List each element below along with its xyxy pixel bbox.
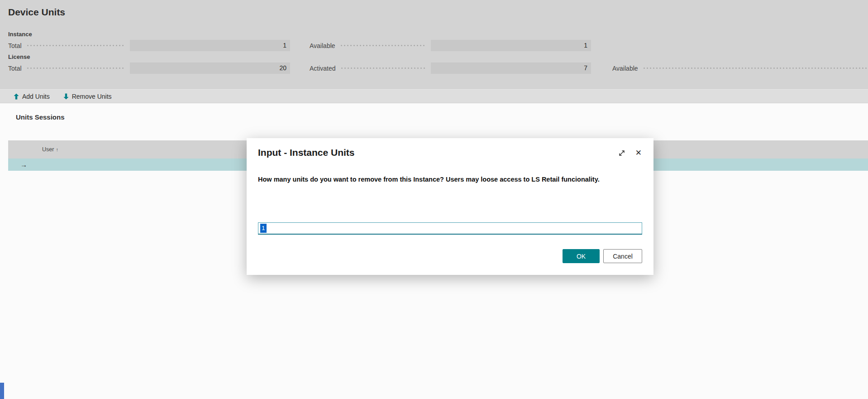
dotted-leader (26, 62, 125, 74)
instance-available-label: Available (310, 42, 335, 49)
license-total-value[interactable]: 20 (130, 62, 290, 74)
arrow-down-icon (63, 93, 69, 100)
close-dialog-icon[interactable]: ✕ (635, 149, 642, 157)
dialog-message: How many units do you want to remove fro… (258, 175, 606, 184)
field-license-activated: Activated 7 (310, 62, 591, 74)
dialog-window-controls: ✕ (618, 149, 642, 157)
input-instance-units-dialog: Input - Instance Units ✕ How many units … (247, 138, 653, 275)
field-instance-total: Total 1 (8, 40, 290, 51)
row-selector-arrow-icon: → (20, 161, 27, 168)
remove-units-button[interactable]: Remove Units (63, 93, 112, 100)
add-units-button[interactable]: Add Units (14, 93, 50, 100)
sort-ascending-icon: ↑ (56, 147, 58, 152)
license-total-label: Total (8, 65, 22, 72)
dotted-leader (340, 62, 426, 74)
ok-button[interactable]: OK (563, 249, 600, 263)
remove-units-label: Remove Units (72, 93, 112, 100)
units-sessions-heading: Units Sessions (16, 113, 65, 121)
license-group-label: License (8, 53, 30, 60)
field-license-total: Total 20 (8, 62, 290, 74)
bottom-left-blue-indicator (0, 383, 4, 399)
instance-total-value[interactable]: 1 (130, 40, 290, 51)
arrow-up-icon (14, 93, 19, 100)
instance-total-label: Total (8, 42, 22, 49)
license-activated-value[interactable]: 7 (431, 62, 591, 74)
expand-dialog-icon[interactable] (618, 149, 625, 157)
license-available-label: Available (612, 65, 638, 72)
field-license-available: Available (612, 62, 868, 74)
instance-available-value[interactable]: 1 (431, 40, 591, 51)
user-column-header[interactable]: User (42, 146, 54, 153)
instance-group-label: Instance (8, 31, 32, 38)
dotted-leader (26, 40, 125, 51)
action-bar: Add Units Remove Units (0, 89, 868, 103)
units-quantity-input[interactable]: 1 (258, 222, 642, 235)
dialog-title: Input - Instance Units (258, 147, 355, 158)
add-units-label: Add Units (22, 93, 50, 100)
license-activated-label: Activated (310, 65, 336, 72)
dotted-leader (643, 62, 868, 74)
field-instance-available: Available 1 (310, 40, 591, 51)
input-selected-text: 1 (260, 224, 267, 233)
page-title: Device Units (8, 7, 65, 18)
dotted-leader (340, 40, 426, 51)
cancel-button[interactable]: Cancel (603, 249, 642, 263)
